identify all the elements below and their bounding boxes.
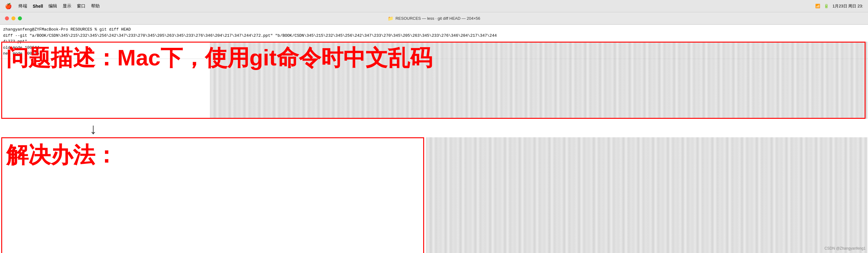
menu-wifi-icon: 📶 <box>815 4 820 8</box>
maximize-button[interactable] <box>18 17 22 20</box>
menu-edit[interactable]: 编辑 <box>49 3 57 9</box>
menubar-left: 🍎 终端 Shell 编辑 显示 窗口 帮助 <box>5 3 100 9</box>
folder-icon: 📁 <box>388 16 394 21</box>
menu-display[interactable]: 显示 <box>63 3 71 9</box>
csdn-watermark: CSDN @Zhangyanfeng1 <box>825 246 866 251</box>
minimize-button[interactable] <box>11 17 16 20</box>
menu-terminal[interactable]: 终端 <box>19 3 27 9</box>
blur-bottom <box>426 137 867 253</box>
apple-logo-icon[interactable]: 🍎 <box>5 3 12 9</box>
terminal-area: zhangyanfeng@ZYFMacBook-Pro RESOURCES % … <box>0 25 868 253</box>
menu-shell[interactable]: Shell <box>33 4 43 9</box>
window-title: 📁 RESOURCES — less · git diff HEAD — 204… <box>388 16 480 21</box>
terminal-line-2: diff --git "a/BOOK/CSDN\345\215\232\345\… <box>3 33 865 39</box>
problem-annotation: 问题描述：Mac下，使用git命令时中文乱码 <box>6 43 432 73</box>
title-text: RESOURCES — less · git diff HEAD — 204×5… <box>395 16 480 21</box>
menubar-right: 📶 🔋 1月23日 周日 23: <box>815 3 863 9</box>
close-button[interactable] <box>5 17 9 20</box>
menubar: 🍎 终端 Shell 编辑 显示 窗口 帮助 📶 🔋 1月23日 周日 23: <box>0 0 868 12</box>
arrow-down-icon: ↓ <box>90 120 97 137</box>
menu-datetime: 1月23日 周日 23: <box>833 3 863 9</box>
terminal-line-1: zhangyanfeng@ZYFMacBook-Pro RESOURCES % … <box>3 27 865 33</box>
menu-battery-icon: 🔋 <box>824 4 829 8</box>
menu-window[interactable]: 窗口 <box>77 3 86 9</box>
solution-annotation: 解决办法： <box>6 140 117 170</box>
menu-help[interactable]: 帮助 <box>91 3 100 9</box>
traffic-lights <box>5 17 22 20</box>
titlebar: 📁 RESOURCES — less · git diff HEAD — 204… <box>0 12 868 25</box>
